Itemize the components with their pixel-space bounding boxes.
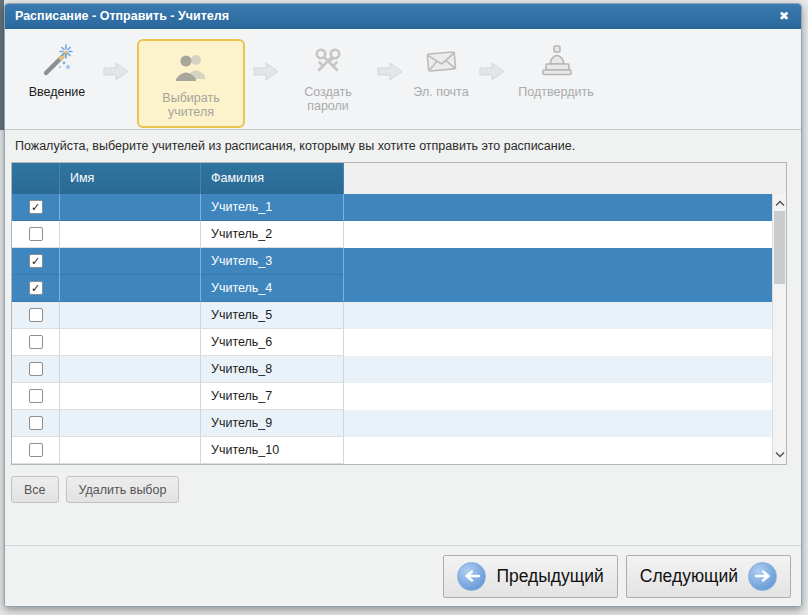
step-arrow-icon xyxy=(103,61,129,82)
cell-checkbox: ✓ xyxy=(12,275,60,302)
cell-surname: Учитель_1 xyxy=(201,194,344,221)
step-arrow-icon xyxy=(479,61,505,82)
arrow-left-icon xyxy=(457,562,486,591)
arrow-right-icon xyxy=(748,562,777,591)
cell-surname: Учитель_8 xyxy=(201,356,344,383)
table-body: ✓Учитель_1Учитель_2✓Учитель_3✓Учитель_4У… xyxy=(12,194,786,464)
wizard-step-intro[interactable]: Введение xyxy=(19,42,95,99)
scroll-down-icon[interactable] xyxy=(773,447,786,462)
cell-surname: Учитель_9 xyxy=(201,410,344,437)
next-button[interactable]: Следующий xyxy=(626,555,791,598)
email-icon xyxy=(422,42,460,80)
table-row[interactable]: Учитель_8 xyxy=(12,356,786,383)
cell-name xyxy=(60,329,201,356)
cell-surname: Учитель_4 xyxy=(201,275,344,302)
table-row[interactable]: Учитель_9 xyxy=(12,410,786,437)
cell-checkbox xyxy=(12,437,60,464)
cell-checkbox xyxy=(12,329,60,356)
column-header-name[interactable]: Имя xyxy=(60,163,201,194)
clear-selection-button[interactable]: Удалить выбор xyxy=(66,476,180,503)
table-row[interactable]: Учитель_7 xyxy=(12,383,786,410)
next-button-label: Следующий xyxy=(640,566,738,587)
table-header-row: Имя Фамилия xyxy=(12,163,786,194)
previous-button-label: Предыдущий xyxy=(496,566,603,587)
scroll-up-icon[interactable] xyxy=(773,196,786,211)
wizard-step-label: Создать пароли xyxy=(287,85,369,114)
cell-name xyxy=(60,248,201,275)
cell-surname: Учитель_6 xyxy=(201,329,344,356)
cell-checkbox: ✓ xyxy=(12,194,60,221)
previous-button[interactable]: Предыдущий xyxy=(443,555,617,598)
cell-checkbox xyxy=(12,383,60,410)
row-checkbox[interactable] xyxy=(29,227,43,241)
wizard-step-confirm: Подтвердить xyxy=(513,42,599,99)
dialog-footer: Предыдущий Следующий xyxy=(5,545,801,606)
cell-name xyxy=(60,437,201,464)
magic-wand-icon xyxy=(38,42,76,80)
cell-name xyxy=(60,383,201,410)
cell-surname: Учитель_5 xyxy=(201,302,344,329)
cell-name xyxy=(60,302,201,329)
cell-name xyxy=(60,356,201,383)
row-checkbox[interactable] xyxy=(29,389,43,403)
row-checkbox[interactable]: ✓ xyxy=(29,200,43,214)
row-checkbox[interactable]: ✓ xyxy=(29,254,43,268)
table-row[interactable]: Учитель_2 xyxy=(12,221,786,248)
cell-name xyxy=(60,194,201,221)
cell-surname: Учитель_2 xyxy=(201,221,344,248)
row-checkbox[interactable] xyxy=(29,308,43,322)
row-checkbox[interactable] xyxy=(29,443,43,457)
teachers-icon xyxy=(173,48,209,86)
dialog-titlebar: Расписание - Отправить - Учителя ✖ xyxy=(5,4,801,29)
instruction-text: Пожалуйста, выберите учителей из расписа… xyxy=(15,139,801,153)
row-checkbox[interactable] xyxy=(29,362,43,376)
wizard-step-create-passwords: Создать пароли xyxy=(287,42,369,114)
table-row[interactable]: ✓Учитель_3 xyxy=(12,248,786,275)
scrollbar-thumb[interactable] xyxy=(774,211,785,284)
cell-name xyxy=(60,221,201,248)
table-scrollbar[interactable] xyxy=(772,194,786,464)
cell-surname: Учитель_10 xyxy=(201,437,344,464)
cell-name xyxy=(60,410,201,437)
cell-checkbox xyxy=(12,221,60,248)
table-row[interactable]: Учитель_10 xyxy=(12,437,786,464)
wizard-steps-bar: ВведениеВыбирать учителяСоздать паролиЭл… xyxy=(5,29,801,130)
table-row[interactable]: ✓Учитель_4 xyxy=(12,275,786,302)
select-all-button[interactable]: Все xyxy=(11,476,59,503)
cell-surname: Учитель_3 xyxy=(201,248,344,275)
wizard-step-label: Выбирать учителя xyxy=(139,91,243,120)
row-checkbox[interactable] xyxy=(29,416,43,430)
dialog-send-schedule-teachers: Расписание - Отправить - Учителя ✖ Введе… xyxy=(4,3,802,607)
step-arrow-icon xyxy=(377,61,403,82)
cell-checkbox: ✓ xyxy=(12,248,60,275)
cell-name xyxy=(60,275,201,302)
dialog-title: Расписание - Отправить - Учителя xyxy=(15,4,229,29)
table-row[interactable]: Учитель_6 xyxy=(12,329,786,356)
wizard-step-label: Введение xyxy=(29,85,86,99)
row-checkbox[interactable] xyxy=(29,335,43,349)
wizard-step-label: Эл. почта xyxy=(413,85,468,99)
selection-toolbar: Все Удалить выбор xyxy=(11,476,801,503)
cell-checkbox xyxy=(12,410,60,437)
wizard-step-label: Подтвердить xyxy=(518,85,593,99)
stamp-icon xyxy=(538,42,574,80)
table-row[interactable]: ✓Учитель_1 xyxy=(12,194,786,221)
row-checkbox[interactable]: ✓ xyxy=(29,281,43,295)
dialog-content: Пожалуйста, выберите учителей из расписа… xyxy=(5,139,801,503)
table-row[interactable]: Учитель_5 xyxy=(12,302,786,329)
column-header-surname[interactable]: Фамилия xyxy=(201,163,344,194)
teacher-table: Имя Фамилия ✓Учитель_1Учитель_2✓Учитель_… xyxy=(11,162,787,465)
cell-checkbox xyxy=(12,356,60,383)
step-arrow-icon xyxy=(253,61,279,82)
cell-surname: Учитель_7 xyxy=(201,383,344,410)
close-icon[interactable]: ✖ xyxy=(777,4,791,29)
column-header-checkbox[interactable] xyxy=(12,163,60,194)
cell-checkbox xyxy=(12,302,60,329)
keys-icon xyxy=(310,42,346,80)
wizard-step-email: Эл. почта xyxy=(411,42,471,99)
wizard-step-select-teachers[interactable]: Выбирать учителя xyxy=(137,39,245,128)
